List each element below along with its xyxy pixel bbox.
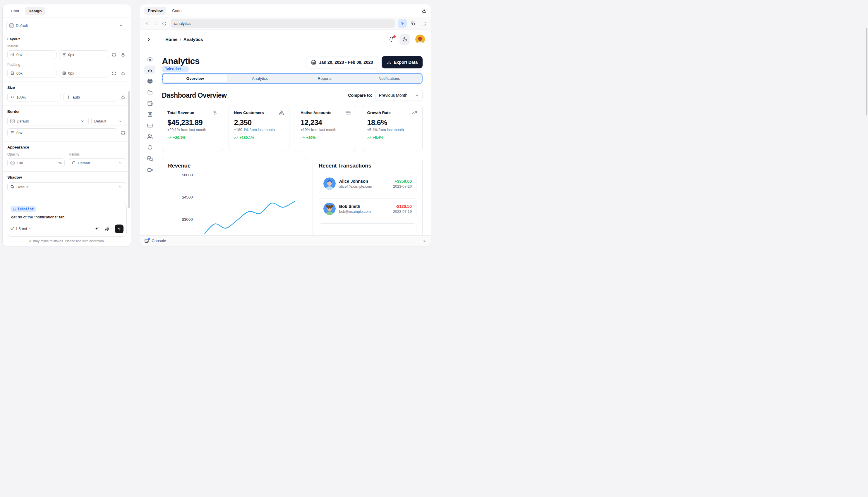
copy-icon[interactable] bbox=[409, 19, 417, 28]
size-heading: Size bbox=[7, 85, 126, 90]
lock-margin-icon[interactable] bbox=[120, 52, 126, 58]
dashboard-tab-analytics[interactable]: Analytics bbox=[228, 74, 291, 83]
notifications-bell-icon[interactable] bbox=[389, 37, 394, 42]
chevron-down-icon bbox=[117, 160, 123, 166]
dashboard-tab-notifications[interactable]: Notifications bbox=[358, 74, 421, 83]
chevron-down-icon bbox=[182, 68, 185, 71]
transaction-email: bob@example.com bbox=[339, 210, 371, 214]
console-label: Console bbox=[152, 239, 166, 243]
compare-label: Compare to: bbox=[348, 93, 372, 98]
radius-select[interactable]: Default bbox=[69, 158, 126, 167]
stat-sub: +19% from last month bbox=[301, 128, 350, 132]
transaction-row-partial[interactable] bbox=[319, 223, 416, 235]
dark-mode-toggle[interactable] bbox=[399, 34, 410, 45]
dashboard-tab-overview[interactable]: Overview bbox=[163, 74, 227, 83]
expand-margin-icon[interactable] bbox=[111, 52, 117, 58]
chevron-down-icon bbox=[415, 94, 419, 97]
sidebar-printer-icon[interactable] bbox=[144, 76, 155, 85]
sidebar-messages-icon[interactable] bbox=[144, 154, 155, 163]
padding-x-input[interactable]: 0px bbox=[7, 69, 56, 77]
design-panel: Chat Design Default Layout Margin 0px 0p… bbox=[2, 4, 131, 246]
shadow-section: Shadow Default bbox=[3, 172, 131, 195]
stat-card: Total Revenue$45,231.89+20.1% from last … bbox=[162, 105, 223, 151]
stat-trend-value: +20.1% bbox=[173, 136, 185, 140]
expand-console-icon[interactable] bbox=[422, 239, 427, 243]
export-data-button[interactable]: Export Data bbox=[382, 56, 423, 68]
back-icon[interactable] bbox=[143, 20, 150, 27]
chevron-down-icon bbox=[79, 118, 86, 124]
padding-y-input[interactable]: 0px bbox=[59, 69, 108, 77]
selected-element-chip[interactable]: TabsList bbox=[11, 206, 36, 212]
sidebar-home-icon[interactable] bbox=[144, 54, 155, 63]
margin-y-input[interactable]: 0px bbox=[59, 50, 108, 59]
stat-trend-value: +5.4% bbox=[373, 136, 383, 140]
height-input[interactable]: auto bbox=[64, 93, 117, 101]
stat-label: Active Accounts bbox=[301, 111, 331, 115]
url-input[interactable]: /analytics bbox=[170, 19, 395, 28]
transaction-row[interactable]: Bob Smithbob@example.com-$120.502023-07-… bbox=[319, 198, 416, 219]
tab-chat[interactable]: Chat bbox=[7, 7, 23, 15]
compare-select[interactable]: Previous Month bbox=[375, 90, 423, 101]
sidebar-shield-icon[interactable] bbox=[144, 143, 155, 152]
notification-dot bbox=[393, 36, 396, 38]
border-width-icon bbox=[10, 131, 14, 135]
sidebar-toggle-icon[interactable] bbox=[146, 36, 152, 43]
border-style-select[interactable]: Default bbox=[7, 117, 89, 125]
user-avatar[interactable] bbox=[415, 34, 425, 44]
chevron-down-icon bbox=[117, 184, 123, 190]
panel-scrollbar[interactable] bbox=[128, 91, 130, 208]
refresh-icon[interactable] bbox=[161, 20, 168, 27]
tab-design[interactable]: Design bbox=[25, 7, 45, 15]
width-input[interactable]: 100% bbox=[7, 93, 61, 101]
app-main: Analytics TabsList Jan 20, 2023 - Feb 09… bbox=[160, 49, 431, 235]
stat-trend-value: +19% bbox=[306, 136, 316, 140]
border-side-select[interactable]: Default bbox=[91, 117, 126, 125]
tab-code[interactable]: Code bbox=[168, 7, 185, 15]
breadcrumb-current: Analytics bbox=[183, 37, 203, 42]
app-sidebar bbox=[140, 49, 160, 235]
sparkles-icon[interactable] bbox=[94, 226, 100, 232]
margin-x-input[interactable]: 0px bbox=[7, 50, 56, 59]
breadcrumb-home[interactable]: Home bbox=[165, 37, 178, 42]
border-heading: Border bbox=[7, 109, 126, 114]
sidebar-analytics-icon[interactable] bbox=[144, 66, 155, 74]
lock-size-icon[interactable] bbox=[120, 94, 126, 100]
paperclip-icon[interactable] bbox=[104, 226, 111, 232]
lock-padding-icon[interactable] bbox=[120, 70, 126, 76]
prompt-input[interactable]: get rid of the "notifications" tab bbox=[11, 215, 124, 219]
transaction-name: Bob Smith bbox=[339, 204, 371, 209]
forward-icon[interactable] bbox=[152, 20, 159, 27]
sidebar-folder-icon[interactable] bbox=[144, 88, 155, 97]
sidebar-credit-card-icon[interactable] bbox=[144, 121, 155, 130]
expand-padding-icon[interactable] bbox=[111, 70, 117, 76]
element-style-select[interactable]: Default bbox=[6, 21, 127, 30]
send-button[interactable] bbox=[115, 225, 124, 233]
dashboard-tab-reports[interactable]: Reports bbox=[293, 74, 356, 83]
opacity-input[interactable]: 100 % bbox=[7, 158, 65, 167]
credit-card-icon bbox=[346, 110, 350, 115]
tab-preview[interactable]: Preview bbox=[144, 7, 166, 15]
date-range-picker[interactable]: Jan 20, 2023 - Feb 09, 2023 bbox=[306, 56, 378, 68]
stat-value: $45,231.89 bbox=[167, 118, 218, 127]
expand-border-icon[interactable] bbox=[120, 129, 126, 136]
design-mode-pointer-icon[interactable] bbox=[398, 19, 407, 28]
shadow-select[interactable]: Default bbox=[7, 182, 126, 191]
dashboard-tabslist: OverviewAnalyticsReportsNotifications bbox=[162, 74, 422, 83]
prompt-composer[interactable]: TabsList get rid of the "notifications" … bbox=[7, 203, 127, 237]
stat-sub: +20.1% from last month bbox=[167, 128, 218, 132]
console-bar[interactable]: Console bbox=[140, 235, 431, 246]
stat-card: New Customers2,350+180.1% from last mont… bbox=[229, 105, 290, 151]
download-icon[interactable] bbox=[422, 8, 427, 13]
stat-value: 2,350 bbox=[234, 118, 284, 127]
fullscreen-icon[interactable] bbox=[419, 19, 428, 28]
sidebar-receipt-icon[interactable] bbox=[144, 110, 155, 119]
transaction-row[interactable]: Alice Johnsonalice@example.com+$350.0020… bbox=[319, 173, 416, 194]
sidebar-users-icon[interactable] bbox=[144, 132, 155, 141]
model-selector[interactable]: v0-1.5-md bbox=[11, 227, 32, 231]
transparency-swatch-icon bbox=[9, 24, 14, 28]
border-section: Border Default Default 0px bbox=[3, 106, 131, 142]
border-width-input[interactable]: 0px bbox=[7, 128, 117, 137]
sidebar-wallet-icon[interactable] bbox=[144, 99, 155, 108]
selected-element-badge[interactable]: TabsList bbox=[162, 66, 189, 72]
sidebar-video-icon[interactable] bbox=[144, 166, 155, 174]
